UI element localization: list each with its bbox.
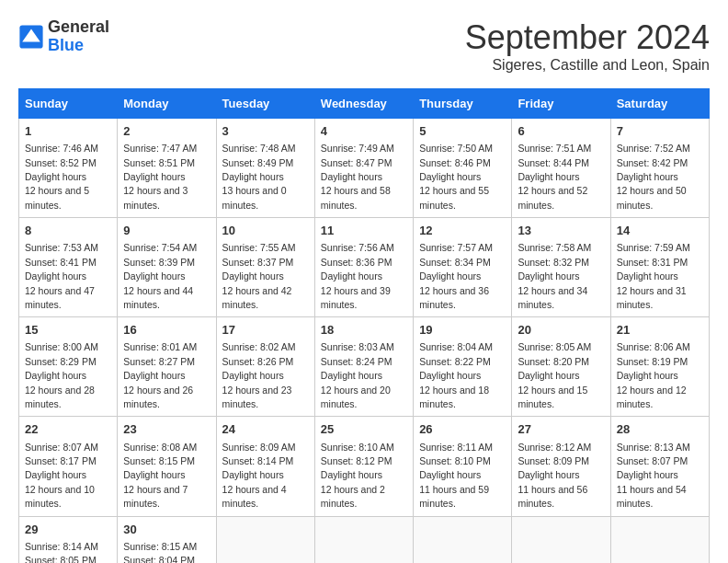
day-number: 14 <box>617 223 703 239</box>
calendar-cell: 21 Sunrise: 8:06 AM Sunset: 8:19 PM Dayl… <box>610 317 709 417</box>
day-number: 22 <box>25 421 111 438</box>
calendar-cell: 4 Sunrise: 7:49 AM Sunset: 8:47 PM Dayli… <box>314 119 413 218</box>
daylight-label: Daylight hours <box>419 171 481 182</box>
location-subtitle: Sigeres, Castille and Leon, Spain <box>465 57 710 74</box>
calendar-cell: 22 Sunrise: 8:07 AM Sunset: 8:17 PM Dayl… <box>19 417 118 516</box>
sunrise-info: Sunrise: 7:59 AM <box>617 242 690 253</box>
sunrise-info: Sunrise: 7:57 AM <box>419 242 493 253</box>
daylight-duration: 12 hours and 20 minutes. <box>321 385 391 409</box>
day-number: 7 <box>617 123 703 140</box>
daylight-label: Daylight hours <box>25 171 86 182</box>
calendar-cell <box>314 516 413 563</box>
sunset-info: Sunset: 8:27 PM <box>123 356 195 367</box>
weekday-header-monday: Monday <box>118 89 216 119</box>
daylight-label: Daylight hours <box>518 270 579 282</box>
daylight-duration: 12 hours and 50 minutes. <box>617 185 687 210</box>
sunset-info: Sunset: 8:19 PM <box>617 356 688 367</box>
calendar-cell: 15 Sunrise: 8:00 AM Sunset: 8:29 PM Dayl… <box>19 317 118 417</box>
sunset-info: Sunset: 8:07 PM <box>617 455 688 466</box>
sunset-info: Sunset: 8:04 PM <box>123 555 195 563</box>
daylight-duration: 11 hours and 56 minutes. <box>518 484 587 509</box>
daylight-duration: 12 hours and 3 minutes. <box>123 185 188 210</box>
calendar-week-5: 29 Sunrise: 8:14 AM Sunset: 8:05 PM Dayl… <box>19 516 710 563</box>
daylight-label: Daylight hours <box>321 370 382 381</box>
daylight-label: Daylight hours <box>419 270 481 282</box>
sunset-info: Sunset: 8:34 PM <box>419 257 491 268</box>
day-number: 1 <box>25 123 111 140</box>
daylight-label: Daylight hours <box>518 370 579 381</box>
sunrise-info: Sunrise: 7:50 AM <box>419 143 493 154</box>
calendar-cell: 23 Sunrise: 8:08 AM Sunset: 8:15 PM Dayl… <box>118 417 216 516</box>
day-number: 2 <box>123 123 210 140</box>
sunset-info: Sunset: 8:15 PM <box>123 455 195 466</box>
day-number: 19 <box>419 322 506 339</box>
day-number: 17 <box>222 322 309 339</box>
sunrise-info: Sunrise: 8:00 AM <box>25 341 98 352</box>
daylight-duration: 13 hours and 0 minutes. <box>222 185 287 210</box>
calendar-cell: 19 Sunrise: 8:04 AM Sunset: 8:22 PM Dayl… <box>414 317 512 417</box>
sunrise-info: Sunrise: 7:54 AM <box>123 242 197 253</box>
calendar-cell <box>512 516 610 563</box>
day-number: 27 <box>518 421 604 438</box>
day-number: 26 <box>419 421 506 438</box>
calendar-cell: 28 Sunrise: 8:13 AM Sunset: 8:07 PM Dayl… <box>610 417 709 516</box>
sunset-info: Sunset: 8:24 PM <box>321 356 392 367</box>
weekday-header-sunday: Sunday <box>19 89 118 119</box>
calendar-cell <box>216 516 314 563</box>
calendar-cell: 12 Sunrise: 7:57 AM Sunset: 8:34 PM Dayl… <box>414 218 512 317</box>
day-number: 8 <box>25 223 111 239</box>
daylight-duration: 12 hours and 52 minutes. <box>518 185 587 210</box>
daylight-duration: 12 hours and 7 minutes. <box>123 484 188 509</box>
daylight-label: Daylight hours <box>222 469 284 480</box>
calendar-cell <box>414 516 512 563</box>
sunset-info: Sunset: 8:10 PM <box>419 455 491 466</box>
sunrise-info: Sunrise: 7:55 AM <box>222 242 296 253</box>
daylight-duration: 12 hours and 4 minutes. <box>222 484 287 509</box>
sunset-info: Sunset: 8:26 PM <box>222 356 294 367</box>
daylight-label: Daylight hours <box>222 270 284 282</box>
daylight-duration: 12 hours and 18 minutes. <box>419 385 489 409</box>
day-number: 18 <box>321 322 407 339</box>
sunrise-info: Sunrise: 7:48 AM <box>222 143 296 154</box>
daylight-duration: 12 hours and 42 minutes. <box>222 285 292 310</box>
sunrise-info: Sunrise: 8:11 AM <box>419 442 493 453</box>
daylight-label: Daylight hours <box>25 469 86 480</box>
calendar-cell <box>610 516 709 563</box>
sunrise-info: Sunrise: 7:58 AM <box>518 242 591 253</box>
weekday-header-saturday: Saturday <box>610 89 709 119</box>
day-number: 30 <box>123 522 210 538</box>
daylight-label: Daylight hours <box>617 469 678 480</box>
weekday-header-wednesday: Wednesday <box>314 89 413 119</box>
calendar-cell: 29 Sunrise: 8:14 AM Sunset: 8:05 PM Dayl… <box>19 516 118 563</box>
sunset-info: Sunset: 8:29 PM <box>25 356 97 367</box>
daylight-label: Daylight hours <box>123 370 185 381</box>
sunrise-info: Sunrise: 7:46 AM <box>25 143 98 154</box>
calendar-cell: 8 Sunrise: 7:53 AM Sunset: 8:41 PM Dayli… <box>19 218 118 317</box>
daylight-label: Daylight hours <box>222 171 284 182</box>
day-number: 3 <box>222 123 309 140</box>
sunrise-info: Sunrise: 8:04 AM <box>419 341 493 352</box>
daylight-duration: 12 hours and 2 minutes. <box>321 484 385 509</box>
sunset-info: Sunset: 8:09 PM <box>518 455 589 466</box>
day-number: 9 <box>123 223 210 239</box>
sunset-info: Sunset: 8:44 PM <box>518 157 589 168</box>
sunrise-info: Sunrise: 8:01 AM <box>123 341 197 352</box>
sunset-info: Sunset: 8:42 PM <box>617 157 688 168</box>
sunrise-info: Sunrise: 7:53 AM <box>25 242 98 253</box>
sunset-info: Sunset: 8:46 PM <box>419 157 491 168</box>
daylight-label: Daylight hours <box>419 370 481 381</box>
sunset-info: Sunset: 8:05 PM <box>25 555 97 563</box>
day-number: 13 <box>518 223 604 239</box>
day-number: 6 <box>518 123 604 140</box>
day-number: 5 <box>419 123 506 140</box>
daylight-label: Daylight hours <box>419 469 481 480</box>
daylight-label: Daylight hours <box>518 171 579 182</box>
daylight-label: Daylight hours <box>321 469 382 480</box>
daylight-duration: 12 hours and 36 minutes. <box>419 285 489 310</box>
logo: General Blue <box>18 18 109 55</box>
weekday-header-thursday: Thursday <box>414 89 512 119</box>
daylight-label: Daylight hours <box>617 270 678 282</box>
sunrise-info: Sunrise: 8:10 AM <box>321 442 394 453</box>
calendar-cell: 11 Sunrise: 7:56 AM Sunset: 8:36 PM Dayl… <box>314 218 413 317</box>
logo-blue-text: Blue <box>48 37 109 55</box>
